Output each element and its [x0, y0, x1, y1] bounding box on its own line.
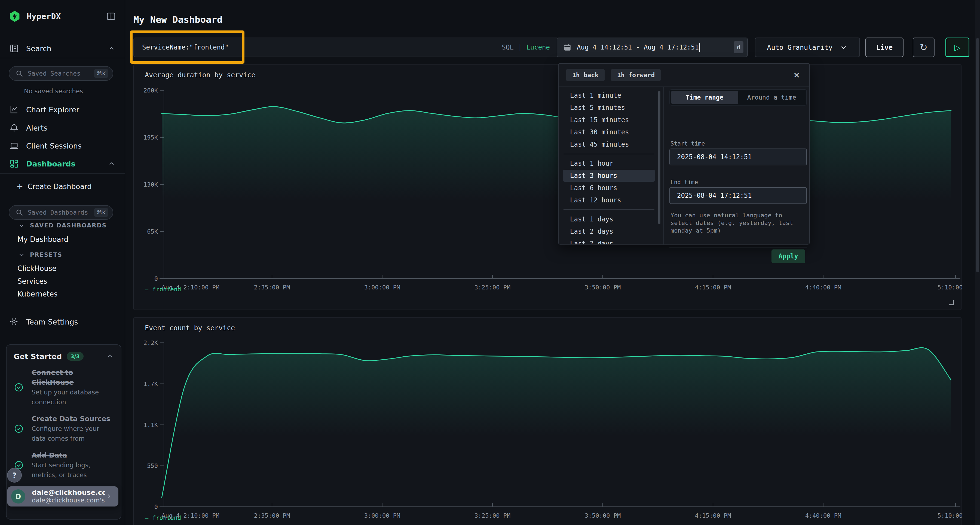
chart-panel-event-count: Event count by service 05501.1K1.7K2.2KA… [134, 317, 961, 525]
sidebar-item-search[interactable]: Search [0, 40, 125, 57]
user-account-chip[interactable]: D dale@clickhouse.com dale@clickhouse.co… [7, 486, 118, 506]
chart-legend[interactable]: —frontend [145, 514, 181, 521]
svg-text:0: 0 [154, 275, 158, 282]
chevron-up-icon[interactable] [106, 352, 114, 360]
time-range-option[interactable]: Last 5 minutes [563, 102, 655, 114]
sidebar-item-label: Team Settings [26, 318, 78, 326]
chevron-up-icon[interactable] [108, 160, 115, 168]
time-range-option[interactable]: Last 1 hour [563, 157, 655, 170]
app-logo-row: HyperDX [0, 0, 125, 33]
lucene-mode-toggle[interactable]: Lucene [526, 43, 550, 51]
main-content: My New Dashboard ServiceName:"frontend" … [125, 0, 980, 525]
saved-searches-placeholder: Saved Searches [28, 70, 94, 77]
search-icon [15, 208, 24, 217]
get-started-item[interactable]: Add DataStart sending logs,metrics, or t… [6, 446, 121, 482]
legend-series-label: frontend [152, 514, 181, 521]
task-description: data comes from [32, 434, 110, 443]
window-scrollbar-thumb[interactable] [976, 38, 979, 272]
time-range-option[interactable]: Last 3 hours [563, 170, 655, 182]
task-description: Configure where your [32, 424, 110, 434]
task-title: ClickHouse [32, 377, 99, 387]
time-range-option[interactable]: Last 1 days [563, 213, 655, 225]
task-description: Start sending logs, [32, 460, 91, 470]
saved-dashboards-placeholder: Saved Dashboards [28, 209, 94, 216]
help-button[interactable]: ? [7, 468, 22, 482]
time-range-option[interactable]: Last 12 hours [563, 194, 655, 206]
tab-time-range[interactable]: Time range [671, 91, 738, 104]
end-time-input[interactable]: 2025-08-04 17:12:51 [670, 187, 807, 204]
saved-dashboards-input[interactable]: Saved Dashboards ⌘K [9, 205, 113, 220]
calendar-icon [563, 43, 571, 51]
time-range-input[interactable]: Aug 4 14:12:51 - Aug 4 17:12:51 d [557, 38, 748, 57]
sidebar-item-dashboards[interactable]: Dashboards [0, 155, 125, 173]
time-range-option[interactable]: Last 45 minutes [563, 138, 655, 151]
shortcut-badge: ⌘K [94, 69, 108, 78]
refresh-button[interactable]: ↻ [913, 38, 935, 57]
svg-text:4:15:00 PM: 4:15:00 PM [695, 512, 731, 519]
sidebar-item-label: Search [26, 44, 51, 53]
play-icon: ▷ [954, 43, 960, 52]
get-started-item[interactable]: Connect toClickHouseSet up your database… [6, 363, 121, 410]
time-range-option[interactable]: Last 7 days [563, 238, 655, 244]
start-time-label: Start time [670, 140, 705, 147]
legend-dash-icon: — [145, 514, 148, 521]
preset-dashboard-clickhouse[interactable]: ClickHouse [18, 265, 56, 273]
start-time-input[interactable]: 2025-08-04 14:12:51 [670, 149, 807, 165]
task-description: metrics, or traces [32, 470, 91, 480]
section-saved-dashboards[interactable]: SAVED DASHBOARDS [18, 222, 107, 229]
shift-back-button[interactable]: 1h back [566, 69, 605, 81]
window-scrollbar[interactable] [975, 0, 980, 525]
text-cursor [699, 43, 700, 52]
svg-text:3:00:00 PM: 3:00:00 PM [364, 284, 400, 291]
shift-forward-button[interactable]: 1h forward [611, 69, 661, 81]
preset-dashboard-services[interactable]: Services [18, 277, 48, 285]
sidebar-collapse-icon[interactable] [106, 11, 116, 21]
time-range-option[interactable]: Last 2 days [563, 225, 655, 238]
search-list-icon [9, 43, 19, 53]
time-range-option[interactable]: Last 30 minutes [563, 126, 655, 138]
run-query-button[interactable]: ▷ [945, 38, 969, 57]
svg-text:195K: 195K [143, 134, 158, 141]
panel-resize-handle[interactable] [949, 300, 954, 305]
list-scrollbar[interactable] [658, 90, 660, 242]
line-chart-event-count-by-service[interactable]: 05501.1K1.7K2.2KAug 4 2:10:00 PM2:35:00 … [134, 318, 962, 525]
plus-icon: + [16, 182, 23, 191]
sidebar-item-team-settings[interactable]: Team Settings [0, 313, 125, 330]
svg-text:4:40:00 PM: 4:40:00 PM [805, 512, 841, 519]
chart-legend[interactable]: —frontend [145, 286, 181, 293]
line-chart-average-duration-by-service[interactable]: 065K130K195K260KAug 4 2:10:00 PM2:35:00 … [134, 65, 962, 311]
svg-text:3:50:00 PM: 3:50:00 PM [585, 284, 620, 291]
chart-line-icon [9, 105, 19, 114]
chevron-up-icon[interactable] [108, 44, 115, 52]
granularity-select[interactable]: Auto Granularity [755, 38, 860, 57]
sidebar-item-label: Chart Explorer [26, 106, 79, 114]
time-range-option[interactable]: Last 6 hours [563, 182, 655, 194]
sidebar-item-client-sessions[interactable]: Client Sessions [0, 137, 125, 154]
time-range-option[interactable]: Last 1 minute [563, 89, 655, 102]
section-presets[interactable]: PRESETS [18, 251, 62, 259]
sql-mode-toggle[interactable]: SQL [502, 43, 514, 51]
preset-dashboard-kubernetes[interactable]: Kubernetes [18, 290, 57, 298]
scrollbar-thumb[interactable] [658, 91, 660, 224]
saved-searches-input[interactable]: Saved Searches ⌘K [9, 66, 113, 81]
get-started-item[interactable]: Create Data SourcesConfigure where yourd… [6, 410, 121, 446]
create-dashboard-button[interactable]: + Create Dashboard [16, 182, 92, 191]
apply-button[interactable]: Apply [772, 249, 805, 263]
tab-around-a-time[interactable]: Around a time [738, 91, 805, 104]
task-description: connection [32, 397, 99, 407]
sidebar-item-chart-explorer[interactable]: Chart Explorer [0, 101, 125, 118]
svg-text:260K: 260K [143, 87, 158, 94]
live-button[interactable]: Live [865, 38, 904, 57]
chart-panel-average-duration: Average duration by service 065K130K195K… [134, 65, 961, 310]
svg-text:65K: 65K [147, 228, 158, 235]
svg-text:1.1K: 1.1K [143, 422, 158, 428]
bell-icon [9, 123, 19, 133]
svg-text:5:10:00 PM: 5:10:00 PM [937, 284, 962, 291]
task-title: Connect to [32, 368, 99, 377]
time-range-option[interactable]: Last 15 minutes [563, 114, 655, 126]
dashboard-filter-input[interactable]: ServiceName:"frontend" SQL | Lucene [134, 38, 558, 57]
close-icon[interactable]: ✕ [792, 70, 802, 80]
saved-dashboard-my-dashboard[interactable]: My Dashboard [18, 235, 68, 243]
sidebar-item-alerts[interactable]: Alerts [0, 119, 125, 136]
svg-text:550: 550 [147, 462, 158, 469]
